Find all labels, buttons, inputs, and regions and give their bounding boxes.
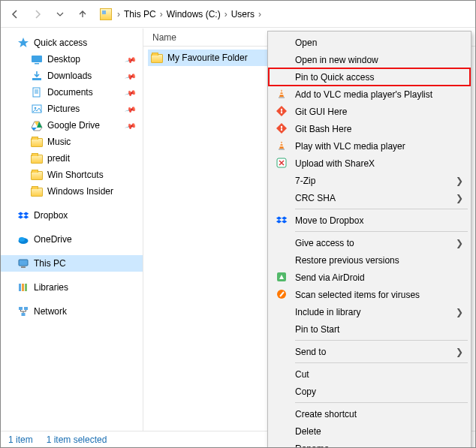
address-bar[interactable]: › This PC › Windows (C:) › Users › xyxy=(100,8,262,21)
vlc-icon xyxy=(276,88,288,100)
context-menu-item-send-to[interactable]: Send to❯ xyxy=(270,343,469,360)
sidebar-item-label: Quick access xyxy=(34,38,87,48)
toolbar: › This PC › Windows (C:) › Users › xyxy=(1,1,475,28)
context-menu-item-open[interactable]: Open xyxy=(270,34,469,51)
back-button[interactable] xyxy=(5,5,25,24)
context-menu-item-label: 7-Zip xyxy=(295,176,315,186)
context-menu-item-label: Play with VLC media player xyxy=(295,141,405,152)
sidebar-item-this-pc[interactable]: This PC xyxy=(1,255,143,272)
star-icon xyxy=(17,37,29,49)
context-menu-item-scan-selected-items-for-viruses[interactable]: Scan selected items for viruses xyxy=(270,286,469,303)
pin-icon: 📌 xyxy=(125,70,137,82)
vlc-icon xyxy=(276,140,288,152)
chevron-right-icon[interactable]: › xyxy=(159,9,164,20)
context-menu-item-play-with-vlc-media-player[interactable]: Play with VLC media player xyxy=(270,137,469,155)
folder-icon xyxy=(31,169,43,181)
context-menu-item-create-shortcut[interactable]: Create shortcut xyxy=(270,405,469,422)
sidebar-item-pictures[interactable]: Pictures📌 xyxy=(1,101,143,117)
svg-rect-14 xyxy=(21,266,26,268)
context-menu-item-include-in-library[interactable]: Include in library❯ xyxy=(270,303,469,320)
sidebar-item-label: Dropbox xyxy=(34,210,68,221)
downloads-icon xyxy=(31,70,43,82)
sidebar-item-label: This PC xyxy=(34,258,66,269)
sidebar-item-quick-access[interactable]: Quick access xyxy=(1,35,143,51)
svg-marker-21 xyxy=(279,89,284,97)
context-menu-item-give-access-to[interactable]: Give access to❯ xyxy=(270,234,469,251)
sidebar-item-network[interactable]: Network xyxy=(1,303,143,320)
context-menu-item-upload-with-sharex[interactable]: Upload with ShareX xyxy=(270,155,469,172)
svg-rect-13 xyxy=(19,260,28,266)
context-menu-item-git-gui-here[interactable]: Git GUI Here xyxy=(270,103,469,120)
sidebar-item-label: OneDrive xyxy=(34,234,72,245)
status-item-count: 1 item xyxy=(8,434,33,445)
breadcrumb-segment[interactable]: This PC xyxy=(122,8,158,21)
context-menu-item-crc-sha[interactable]: CRC SHA❯ xyxy=(270,189,469,206)
sidebar-item-google-drive[interactable]: Google Drive📌 xyxy=(1,117,143,134)
context-menu-item-send-via-airdroid[interactable]: Send via AirDroid xyxy=(270,269,469,286)
libraries-icon xyxy=(17,281,29,293)
pin-icon: 📌 xyxy=(125,86,137,98)
pin-icon: 📌 xyxy=(125,53,137,65)
sidebar-item-windows-insider[interactable]: Windows Insider xyxy=(1,183,143,200)
context-menu-item-open-in-new-window[interactable]: Open in new window xyxy=(270,51,469,68)
context-menu-item-git-bash-here[interactable]: Git Bash Here xyxy=(270,120,469,137)
chevron-right-icon: ❯ xyxy=(456,307,463,317)
context-menu-item-label: Upload with ShareX xyxy=(295,158,375,169)
svg-point-6 xyxy=(35,107,37,110)
sidebar-item-label: Desktop xyxy=(47,54,80,65)
context-menu-item-cut[interactable]: Cut xyxy=(270,365,469,383)
svg-rect-35 xyxy=(280,143,283,144)
context-menu-item-rename[interactable]: Rename xyxy=(270,440,469,448)
gdrive-icon xyxy=(31,119,43,131)
context-menu-item-delete[interactable]: Delete xyxy=(270,422,469,440)
recent-locations-button[interactable] xyxy=(50,5,70,24)
context-menu-item-copy[interactable]: Copy xyxy=(270,383,469,400)
sidebar-item-desktop[interactable]: Desktop📌 xyxy=(1,51,143,68)
onedrive-icon xyxy=(17,233,29,245)
sidebar-item-dropbox[interactable]: Dropbox xyxy=(1,207,143,224)
svg-rect-15 xyxy=(19,284,21,291)
context-menu-item-label: Give access to xyxy=(295,238,354,248)
folder-icon xyxy=(31,136,43,148)
up-button[interactable] xyxy=(73,5,92,24)
sidebar-item-libraries[interactable]: Libraries xyxy=(1,279,143,296)
svg-rect-18 xyxy=(19,307,23,310)
svg-point-12 xyxy=(19,237,25,242)
network-icon xyxy=(17,305,29,317)
breadcrumb-segment[interactable]: Users xyxy=(230,8,256,21)
svg-rect-20 xyxy=(22,313,26,316)
context-menu-item-label: Git GUI Here xyxy=(295,107,347,117)
sidebar-item-label: Network xyxy=(34,306,67,317)
context-menu-item-pin-to-start[interactable]: Pin to Start xyxy=(270,320,469,338)
svg-rect-23 xyxy=(280,92,283,92)
breadcrumb-segment[interactable]: Windows (C:) xyxy=(165,8,222,21)
chevron-right-icon[interactable]: › xyxy=(224,9,228,20)
context-menu-item-label: Restore previous versions xyxy=(295,255,399,266)
sidebar-item-label: Google Drive xyxy=(47,120,100,131)
context-menu-item-move-to-dropbox[interactable]: Move to Dropbox xyxy=(270,212,469,229)
context-menu-item-pin-to-quick-access[interactable]: Pin to Quick access xyxy=(270,68,469,86)
context-menu-item-label: Delete xyxy=(295,426,321,437)
context-menu-item-add-to-vlc-media-player-s-playlist[interactable]: Add to VLC media player's Playlist xyxy=(270,86,469,103)
context-menu-item-label: Scan selected items for viruses xyxy=(295,290,420,300)
sidebar-item-music[interactable]: Music xyxy=(1,134,143,150)
documents-icon xyxy=(31,86,43,98)
svg-rect-16 xyxy=(22,284,24,291)
context-menu-item-label: Open xyxy=(295,38,317,48)
chevron-right-icon[interactable]: › xyxy=(258,9,262,20)
svg-rect-32 xyxy=(281,127,282,130)
forward-button[interactable] xyxy=(28,5,47,24)
sidebar-item-predit[interactable]: predit xyxy=(1,150,143,167)
svg-rect-22 xyxy=(279,97,285,98)
sidebar-item-downloads[interactable]: Downloads📌 xyxy=(1,68,143,84)
context-menu-item-7-zip[interactable]: 7-Zip❯ xyxy=(270,172,469,189)
context-menu-item-restore-previous-versions[interactable]: Restore previous versions xyxy=(270,251,469,269)
airdroid-icon xyxy=(276,271,288,283)
chevron-right-icon[interactable]: › xyxy=(116,9,121,20)
context-menu-item-label: Open in new window xyxy=(295,55,378,65)
sidebar-item-documents[interactable]: Documents📌 xyxy=(1,84,143,101)
pin-icon: 📌 xyxy=(125,103,137,115)
sidebar-item-onedrive[interactable]: OneDrive xyxy=(1,231,143,248)
svg-marker-33 xyxy=(279,141,284,149)
sidebar-item-win-shortcuts[interactable]: Win Shortcuts xyxy=(1,167,143,183)
